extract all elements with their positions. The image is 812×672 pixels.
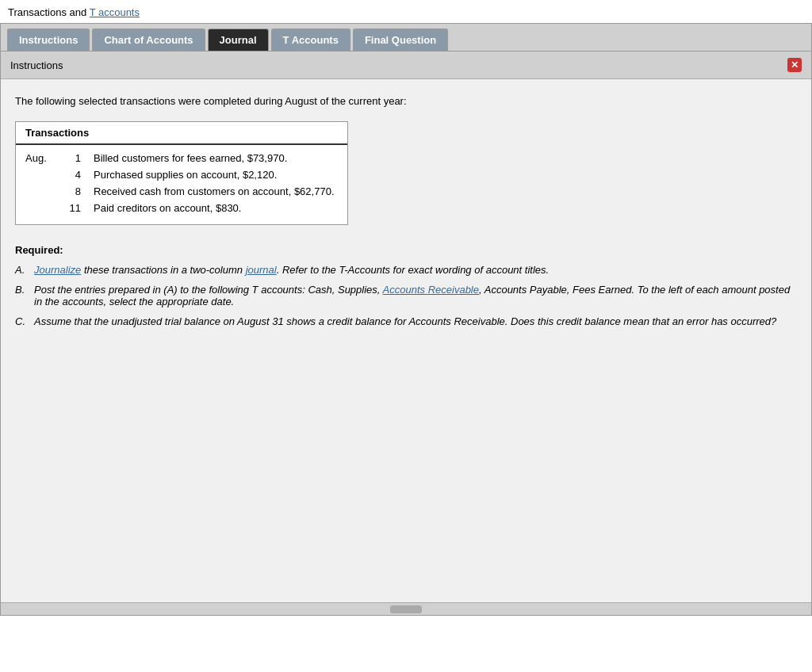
- transactions-box: Transactions Aug. 1 Billed customers for…: [15, 121, 348, 225]
- trans-month: Aug.: [25, 152, 57, 164]
- title-prefix: Transactions and: [8, 6, 90, 18]
- list-letter: C.: [15, 315, 28, 327]
- trans-day: 11: [57, 202, 81, 214]
- required-label: Required:: [15, 244, 797, 256]
- trans-day: 8: [57, 185, 81, 197]
- title-link[interactable]: T accounts: [90, 6, 140, 18]
- trans-day: 1: [57, 152, 81, 164]
- list-item: C. Assume that the unadjusted trial bala…: [15, 315, 797, 327]
- main-panel: Instructions ✕ The following selected tr…: [0, 52, 812, 616]
- intro-text: The following selected transactions were…: [15, 95, 797, 107]
- list-letter: B.: [15, 284, 28, 307]
- panel-title: Instructions: [10, 59, 63, 71]
- trans-desc: Billed customers for fees earned, $73,97…: [94, 152, 287, 164]
- close-button[interactable]: ✕: [787, 58, 802, 72]
- trans-day: 4: [57, 169, 81, 181]
- scrollbar-thumb[interactable]: [390, 605, 422, 613]
- table-row: Aug. 1 Billed customers for fees earned,…: [25, 150, 338, 166]
- trans-desc: Received cash from customers on account,…: [94, 185, 335, 197]
- table-row: 4 Purchased supplies on account, $2,120.: [25, 166, 338, 183]
- list-content-b: Post the entries prepared in (A) to the …: [34, 284, 797, 307]
- journal-link[interactable]: journal: [246, 264, 277, 276]
- table-row: 8 Received cash from customers on accoun…: [25, 183, 338, 200]
- tab-t-accounts[interactable]: T Accounts: [271, 29, 350, 51]
- list-content-c: Assume that the unadjusted trial balance…: [34, 315, 797, 327]
- scrollbar-area[interactable]: [1, 602, 811, 615]
- list-item: B. Post the entries prepared in (A) to t…: [15, 284, 797, 307]
- list-item: A. Journalize these transactions in a tw…: [15, 264, 797, 276]
- tab-instructions[interactable]: Instructions: [7, 29, 90, 51]
- trans-desc: Paid creditors on account, $830.: [94, 202, 241, 214]
- content-area: The following selected transactions were…: [1, 79, 811, 602]
- page-header: Transactions and T accounts: [0, 0, 812, 23]
- journalize-link[interactable]: Journalize: [34, 264, 81, 276]
- tab-journal[interactable]: Journal: [208, 29, 269, 51]
- tab-final-question[interactable]: Final Question: [353, 29, 448, 51]
- tab-bar: Instructions Chart of Accounts Journal T…: [0, 23, 812, 52]
- tab-chart-of-accounts[interactable]: Chart of Accounts: [92, 29, 205, 51]
- panel-header: Instructions ✕: [1, 52, 811, 79]
- list-letter: A.: [15, 264, 28, 276]
- trans-desc: Purchased supplies on account, $2,120.: [94, 169, 277, 181]
- required-list: A. Journalize these transactions in a tw…: [15, 264, 797, 327]
- table-row: 11 Paid creditors on account, $830.: [25, 200, 338, 216]
- transactions-body: Aug. 1 Billed customers for fees earned,…: [16, 145, 347, 224]
- list-content-a: Journalize these transactions in a two-c…: [34, 264, 797, 276]
- accounts-receivable-link[interactable]: Accounts Receivable: [383, 284, 479, 296]
- transactions-header: Transactions: [16, 122, 347, 145]
